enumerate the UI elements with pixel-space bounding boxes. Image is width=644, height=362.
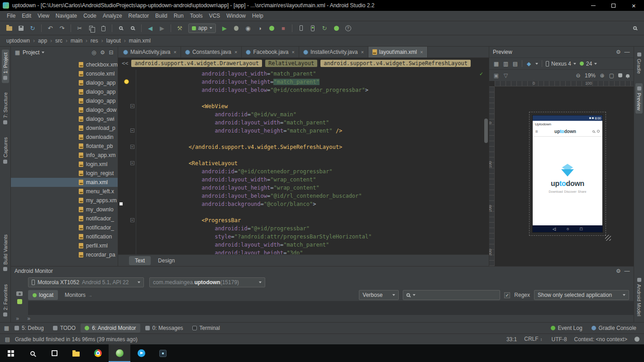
screen-record-icon[interactable] xyxy=(17,299,22,304)
project-file-8-downloadin[interactable]: downloadin xyxy=(11,133,118,142)
editor-mode-tab-text[interactable]: Text xyxy=(129,256,151,265)
zoom-in-icon[interactable]: ⊕ xyxy=(599,72,605,79)
taskbar-file-explorer[interactable] xyxy=(65,344,87,362)
project-file-15-my-apps-xm[interactable]: my_apps.xm xyxy=(11,196,118,205)
tool-button-2-favorites[interactable]: 2: Favorites xyxy=(2,281,9,319)
menu-code[interactable]: Code xyxy=(80,12,100,20)
menu-run[interactable]: Run xyxy=(171,12,187,20)
toolwindow-switcher-icon[interactable]: ▦ xyxy=(4,325,10,331)
tool-button-preview[interactable]: Preview xyxy=(635,83,643,114)
back-icon[interactable]: ◁ xyxy=(553,227,556,231)
project-file-16-my-downlo[interactable]: my_downlo xyxy=(11,205,118,214)
code-line[interactable] xyxy=(118,151,489,159)
menu-file[interactable]: File xyxy=(4,12,19,20)
profile-button[interactable]: ◑ xyxy=(254,23,265,33)
project-file-4-dialogo-app[interactable]: dialogo_app xyxy=(11,96,118,105)
export-icon[interactable]: ▽ xyxy=(503,72,509,79)
stop-button[interactable]: ■ xyxy=(278,23,289,33)
back-button[interactable]: ◀ xyxy=(145,23,156,33)
project-file-7-download-p[interactable]: download_p xyxy=(11,124,118,133)
run-with-coverage-button[interactable]: ◉ xyxy=(243,23,253,33)
breadcrumb-main[interactable]: main xyxy=(70,38,83,44)
undo-button[interactable]: ↶ xyxy=(45,23,56,33)
code-line[interactable]: android:layout_height="match_parent" xyxy=(118,78,489,86)
expand-toolbar-icon[interactable]: » xyxy=(26,315,32,322)
api-level-select[interactable]: 24 xyxy=(580,61,597,67)
code-line[interactable] xyxy=(118,208,489,216)
devices-button[interactable] xyxy=(296,23,306,33)
menu-build[interactable]: Build xyxy=(152,12,171,20)
toolwindow-gradle-console[interactable]: Gradle Console xyxy=(587,324,640,333)
synchronize-button[interactable]: ↻ xyxy=(27,23,38,33)
code-line[interactable]: android:id="@+id/progressbar" xyxy=(118,224,489,233)
gradle-sync-button[interactable]: ↻ xyxy=(319,23,330,33)
fold-icon[interactable]: − xyxy=(130,161,134,165)
find-button[interactable] xyxy=(115,23,126,33)
code-line[interactable]: −<WebView xyxy=(118,102,489,110)
code-line[interactable]: android:layout_below="@+id/contenedor_pr… xyxy=(118,86,489,94)
breadcrumb-res[interactable]: res xyxy=(90,38,99,44)
compile-button[interactable]: ⚒ xyxy=(174,23,185,33)
inspection-status-icon[interactable]: ✓ xyxy=(480,70,483,78)
code-line[interactable]: android:layout_width="match_parent" xyxy=(118,70,489,78)
debug-button[interactable] xyxy=(231,23,242,33)
xml-path-chip-android-support-v4-widget-swiperefreshlayout[interactable]: android.support.v4.widget.SwipeRefreshLa… xyxy=(320,60,471,67)
layout-variants-icon[interactable]: ▦ xyxy=(493,61,499,67)
project-file-21-recordar-pa[interactable]: recordar_pa xyxy=(11,250,118,259)
code-line[interactable]: style="?android:attr/progressBarStyleHor… xyxy=(118,233,489,241)
logcat-search-field[interactable] xyxy=(403,290,500,300)
resize-handle[interactable] xyxy=(605,235,611,241)
notifications-icon[interactable] xyxy=(626,74,630,77)
project-file-18-notificador[interactable]: notificador_ xyxy=(11,223,118,232)
tool-button-gradle[interactable]: Gradle xyxy=(635,49,643,77)
project-file-19-notification[interactable]: notification xyxy=(11,232,118,241)
breadcrumb-uptodown[interactable]: uptodown xyxy=(5,38,31,44)
code-line[interactable]: android:layout_height="3dp" xyxy=(118,249,489,254)
open-button[interactable] xyxy=(4,23,14,33)
zoom-out-icon[interactable]: ⊖ xyxy=(575,72,581,79)
intention-bulb-icon[interactable] xyxy=(124,79,129,84)
menu-refactor[interactable]: Refactor xyxy=(125,12,152,20)
device-preview[interactable]: 8:00 Uptodown ≡ uptodown xyxy=(533,115,602,232)
code-line[interactable] xyxy=(118,94,489,102)
fold-icon[interactable]: − xyxy=(130,145,134,149)
run-configuration-select[interactable]: app xyxy=(188,24,216,33)
search-everywhere-button[interactable] xyxy=(630,23,640,33)
breadcrumb-src[interactable]: src xyxy=(54,38,63,44)
preview-canvas[interactable]: 0100 0100200300 8:00 Uptodown xyxy=(489,81,634,266)
code-line[interactable]: android:layout_height="wrap_content" xyxy=(118,184,489,192)
tool-button-captures[interactable]: Captures xyxy=(2,134,9,167)
recents-icon[interactable]: □ xyxy=(580,227,582,231)
project-file-0-checkbox-xm[interactable]: checkbox.xm xyxy=(11,60,118,69)
line-separator[interactable]: CRLF↕ xyxy=(524,336,544,343)
editor-tab-layout-main-xml[interactable]: layout\main.xml× xyxy=(368,47,428,57)
menu-edit[interactable]: Edit xyxy=(19,12,34,20)
breadcrumb-layout[interactable]: layout xyxy=(105,38,122,44)
code-line[interactable]: −</android.support.v4.widget.SwipeRefres… xyxy=(118,143,489,151)
monitor-tab-logcat[interactable]: logcat xyxy=(28,290,58,300)
pan-icon[interactable] xyxy=(618,73,622,77)
fold-icon[interactable]: − xyxy=(130,218,134,222)
menu-tools[interactable]: Tools xyxy=(187,12,206,20)
sdk-manager-button[interactable] xyxy=(331,23,342,33)
forward-button[interactable]: ▶ xyxy=(157,23,167,33)
toolwindow-event-log[interactable]: Event Log xyxy=(547,324,587,333)
menu-view[interactable]: View xyxy=(34,12,52,20)
tab-close-icon[interactable]: × xyxy=(234,49,237,55)
tool-button-build-variants[interactable]: Build Variants xyxy=(2,231,9,274)
toolwindow-0-messages[interactable]: 0: Messages xyxy=(141,324,187,333)
editor-tab-installeractivity-java[interactable]: InstallerActivity.java× xyxy=(299,47,368,57)
menu-window[interactable]: Window xyxy=(223,12,249,20)
account-icon[interactable] xyxy=(597,130,600,133)
hide-icon[interactable]: — xyxy=(624,268,630,274)
menu-vcs[interactable]: VCS xyxy=(206,12,224,20)
monitor-tab-monitors[interactable]: Monitors→ xyxy=(60,290,97,300)
code-line[interactable]: −<ProgressBar xyxy=(118,216,489,224)
project-view-caret-icon[interactable] xyxy=(42,52,44,53)
editor-tab-constantes-java[interactable]: Constantes.java× xyxy=(181,47,242,57)
theme-icon[interactable]: ◆ xyxy=(526,61,532,67)
taskbar-start[interactable] xyxy=(0,344,22,362)
tool-button-1-project[interactable]: 1: Project xyxy=(2,49,9,83)
project-file-3-dialogo-app[interactable]: dialogo_app xyxy=(11,87,118,96)
expand-toolbar-icon[interactable]: » xyxy=(14,315,20,322)
